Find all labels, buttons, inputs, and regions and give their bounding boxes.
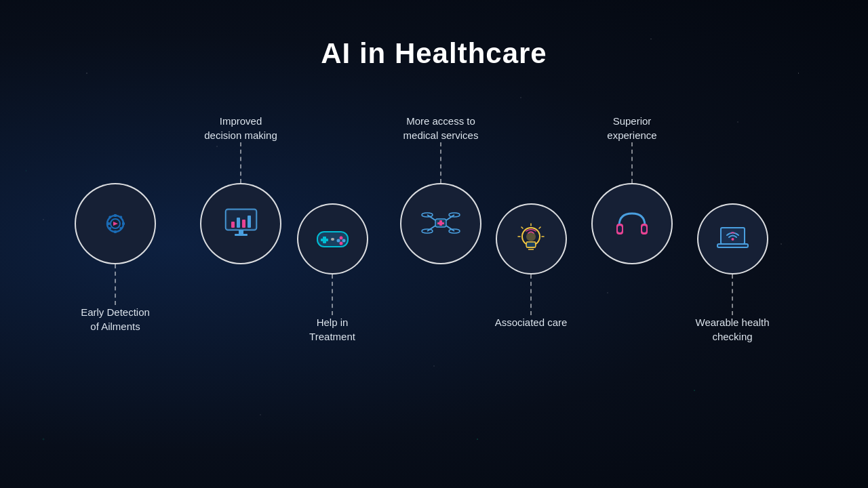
label-decision-making: Improved decision making: [193, 108, 288, 142]
gamepad-icon: [314, 224, 351, 254]
circle-associated-care: [496, 203, 567, 274]
svg-rect-49: [618, 226, 622, 232]
node-help-treatment: Help in Treatment: [288, 108, 376, 349]
label-associated-care: Associated care: [487, 315, 575, 349]
dashed-line-bottom-3: [332, 274, 333, 315]
dashed-line-top-4: [440, 142, 441, 183]
svg-rect-37: [437, 222, 444, 224]
svg-line-45: [521, 227, 523, 228]
circle-decision-making: [200, 183, 281, 264]
label-help-treatment: Help in Treatment: [288, 315, 376, 349]
drone-icon: [420, 207, 461, 241]
svg-rect-17: [242, 220, 245, 228]
svg-point-24: [342, 239, 345, 243]
main-content: AI in Healthcare: [0, 0, 868, 488]
svg-rect-18: [248, 216, 251, 228]
gear-play-icon: [96, 204, 135, 243]
circle-help-treatment: [297, 203, 368, 274]
label-early-detection: Early Detection of Ailments: [71, 305, 159, 339]
svg-rect-50: [642, 226, 646, 232]
headphones-icon: [612, 207, 652, 241]
svg-point-25: [339, 242, 342, 245]
dashed-line-bottom-5: [530, 274, 532, 315]
monitor-chart-icon: [222, 207, 260, 241]
lightbulb-icon: [513, 222, 549, 257]
node-wearable-health: Wearable health checking: [685, 108, 780, 349]
page-title: AI in Healthcare: [0, 0, 868, 70]
circle-wearable-health: [697, 203, 768, 274]
node-medical-access: More access to medical services: [390, 108, 492, 339]
node-superior-experience: Superior experience: [585, 108, 679, 339]
circle-medical-access: [400, 183, 481, 264]
svg-point-53: [731, 238, 734, 241]
svg-rect-5: [122, 222, 125, 225]
svg-rect-52: [717, 244, 748, 247]
svg-point-22: [339, 237, 342, 240]
node-early-detection: Early Detection of Ailments: [71, 108, 159, 339]
svg-rect-15: [231, 222, 235, 228]
svg-line-43: [539, 227, 540, 228]
svg-rect-12: [226, 209, 256, 230]
node-decision-making: Improved decision making: [193, 108, 288, 339]
svg-rect-14: [235, 234, 248, 236]
dashed-line-bottom-1: [115, 264, 116, 305]
laptop-wifi-icon: [714, 222, 751, 256]
dashed-line-top-2: [240, 142, 241, 183]
svg-rect-4: [107, 222, 110, 225]
svg-rect-16: [237, 218, 240, 228]
svg-point-41: [526, 232, 536, 241]
svg-rect-13: [239, 230, 243, 235]
node-associated-care: Associated care: [487, 108, 575, 349]
circle-superior-experience: [591, 183, 673, 264]
svg-rect-2: [114, 214, 117, 217]
svg-rect-26: [331, 238, 334, 241]
svg-point-23: [336, 239, 340, 243]
dashed-line-top-6: [631, 142, 633, 183]
label-medical-access: More access to medical services: [390, 108, 492, 142]
svg-marker-10: [113, 222, 118, 226]
diagram-container: Early Detection of Ailments Improved dec…: [0, 108, 868, 488]
label-wearable-health: Wearable health checking: [685, 315, 780, 349]
svg-rect-3: [114, 230, 117, 233]
dashed-line-bottom-7: [732, 274, 733, 315]
circle-early-detection: [75, 183, 156, 264]
svg-rect-21: [321, 239, 328, 241]
label-superior-experience: Superior experience: [585, 108, 679, 142]
